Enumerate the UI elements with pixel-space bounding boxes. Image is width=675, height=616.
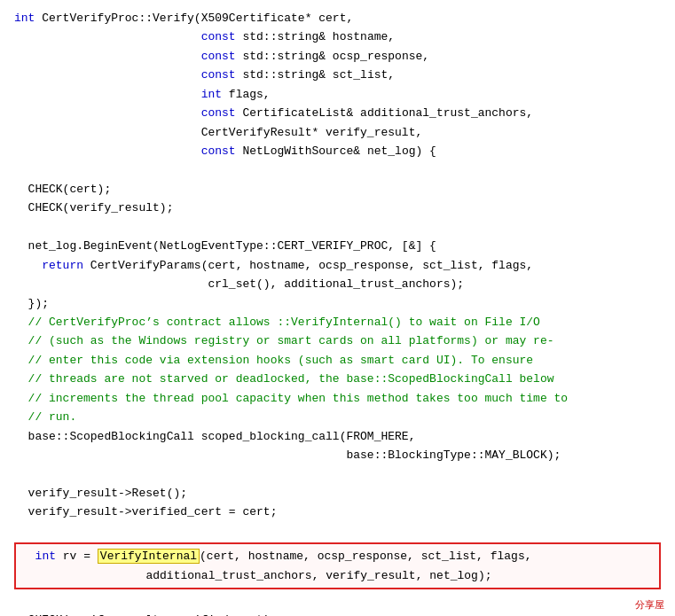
keyword-return: return <box>42 259 83 272</box>
code-line-blank-4 <box>14 522 661 541</box>
code-line-blank-3 <box>14 465 661 484</box>
code-line-highlighted-1: int rv = VerifyInternal(cert, hostname, … <box>21 547 654 565</box>
code-line-comment-5: // increments the thread pool capacity w… <box>14 389 661 408</box>
verify-internal-highlight: VerifyInternal <box>98 549 200 564</box>
code-line-3: const std::string& ocsp_response, <box>14 47 661 66</box>
code-line-7: CertVerifyResult* verify_result, <box>14 123 661 142</box>
code-line-5: int flags, <box>14 85 661 104</box>
code-line-blank-5 <box>14 591 661 610</box>
code-line-2: const std::string& hostname, <box>14 27 661 46</box>
code-line-32: CHECK(verify_result->verified_cert); <box>14 611 661 616</box>
code-line-comment-2: // (such as the Windows registry or smar… <box>14 331 661 350</box>
code-viewer: int CertVerifyProc::Verify(X509Certifica… <box>0 0 675 616</box>
code-line-26: verify_result->Reset(); <box>14 484 661 503</box>
keyword-const-2: const <box>201 50 236 63</box>
keyword-const-4: const <box>201 106 236 120</box>
code-line-1: int CertVerifyProc::Verify(X509Certifica… <box>14 9 661 27</box>
keyword-const-5: const <box>201 144 236 158</box>
keyword-int-highlighted: int <box>35 550 56 563</box>
code-line-comment-6: // run. <box>14 408 661 426</box>
code-line-comment-4: // threads are not starved or deadlocked… <box>14 370 661 388</box>
code-line-comment-1: // CertVerifyProc’s contract allows ::Ve… <box>14 313 661 331</box>
watermark-chinese: 分享屋 <box>635 597 664 613</box>
code-line-13: net_log.BeginEvent(NetLogEventType::CERT… <box>14 237 661 255</box>
code-line-6: const CertificateList& additional_trust_… <box>14 104 661 122</box>
code-line-23: base::ScopedBlockingCall scoped_blocking… <box>14 427 661 446</box>
keyword-int: int <box>14 12 35 25</box>
keyword-int-2: int <box>201 88 222 101</box>
code-line-24: base::BlockingType::MAY_BLOCK); <box>14 446 661 464</box>
code-line-blank-1 <box>14 161 661 180</box>
code-line-14: return CertVerifyParams(cert, hostname, … <box>14 256 661 275</box>
code-line-comment-3: // enter this code via extension hooks (… <box>14 351 661 370</box>
keyword-const-3: const <box>201 68 236 82</box>
code-line-4: const std::string& sct_list, <box>14 66 661 84</box>
code-line-8: const NetLogWithSource& net_log) { <box>14 142 661 160</box>
code-line-27: verify_result->verified_cert = cert; <box>14 503 661 521</box>
keyword-const-1: const <box>201 30 236 43</box>
code-line-11: CHECK(verify_result); <box>14 199 661 217</box>
code-line-highlighted-2: additional_trust_anchors, verify_result,… <box>21 566 654 585</box>
code-line-16: }); <box>14 294 661 313</box>
code-line-15: crl_set(), additional_trust_anchors); <box>14 275 661 293</box>
code-line-10: CHECK(cert); <box>14 180 661 199</box>
code-line-blank-2 <box>14 218 661 237</box>
highlighted-section: int rv = VerifyInternal(cert, hostname, … <box>14 542 661 589</box>
